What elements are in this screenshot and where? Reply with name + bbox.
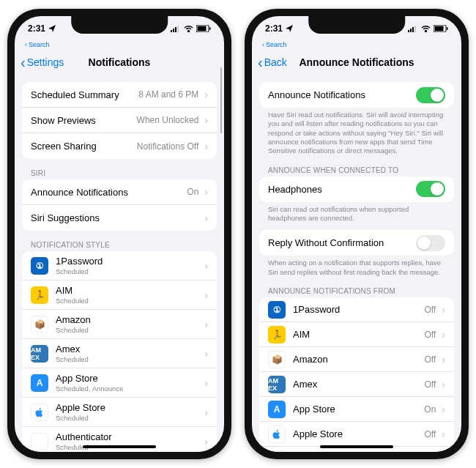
svg-rect-6 — [209, 27, 211, 30]
app-row[interactable]: ①1PasswordScheduled› — [22, 251, 217, 281]
row-label: Siri Suggestions — [31, 212, 100, 223]
breadcrumb-label: Search — [266, 41, 287, 48]
app-icon: AM EX — [268, 376, 286, 393]
app-icon — [31, 404, 48, 421]
app-row[interactable]: AM EXAmexOff› — [259, 372, 454, 397]
settings-row[interactable]: Siri Suggestions› — [22, 205, 217, 231]
announce-footer: Have Siri read out notifications. Siri w… — [259, 108, 454, 156]
row-detail: 8 AM and 6 PM — [138, 89, 201, 100]
svg-rect-7 — [408, 30, 409, 32]
chevron-right-icon: › — [442, 329, 445, 341]
app-detail: Off — [425, 305, 439, 315]
svg-rect-12 — [435, 26, 444, 31]
reply-toggle-row[interactable]: Reply Without Confirmation — [259, 230, 454, 256]
app-name: App Store — [56, 373, 123, 384]
row-label: Show Previews — [31, 115, 96, 126]
settings-row[interactable]: Announce NotificationsOn› — [22, 179, 217, 205]
app-row[interactable]: ①1PasswordOff› — [259, 297, 454, 322]
app-detail: Off — [425, 379, 439, 390]
content: Announce Notifications Have Siri read ou… — [252, 75, 461, 452]
chevron-right-icon: › — [204, 212, 208, 224]
svg-rect-9 — [412, 27, 414, 32]
settings-row[interactable]: Scheduled Summary8 AM and 6 PM› — [22, 82, 217, 108]
app-row[interactable]: Apple StoreOff› — [259, 422, 454, 447]
app-row[interactable]: AApp StoreScheduled, Announce› — [22, 368, 217, 398]
reply-toggle[interactable] — [416, 235, 445, 251]
breadcrumb[interactable]: ‹ Search — [15, 41, 224, 50]
row-label: Announce Notifications — [31, 187, 128, 198]
app-name: 1Password — [56, 256, 103, 267]
app-sub: Scheduled — [56, 267, 103, 275]
app-icon: ① — [31, 257, 48, 275]
chevron-left-icon: ‹ — [262, 41, 264, 48]
notch — [71, 16, 168, 34]
app-icon — [268, 426, 286, 443]
app-icon: 🏃 — [268, 326, 286, 343]
app-icon: 📦 — [31, 316, 48, 333]
announce-toggle[interactable] — [416, 87, 445, 103]
page-title: Notifications — [89, 56, 151, 68]
headphones-footer: Siri can read out notifications when sup… — [259, 202, 454, 223]
app-row[interactable]: Apple StoreScheduled› — [22, 398, 217, 427]
back-button[interactable]: ‹ Settings — [21, 56, 64, 68]
app-sub: Scheduled, Announce — [56, 385, 123, 393]
svg-rect-13 — [447, 27, 448, 30]
app-name: AIM — [56, 285, 89, 296]
content: Scheduled Summary8 AM and 6 PM›Show Prev… — [15, 75, 224, 452]
chevron-right-icon: › — [442, 379, 445, 390]
wifi-icon — [421, 26, 431, 32]
signal-icon — [171, 26, 181, 32]
settings-row[interactable]: Screen SharingNotifications Off› — [22, 133, 217, 159]
battery-icon — [196, 25, 211, 32]
app-name: Authenticator — [56, 431, 112, 442]
row-label: Headphones — [268, 184, 322, 195]
chevron-right-icon: › — [204, 289, 208, 301]
headphones-toggle-row[interactable]: Headphones — [259, 177, 454, 202]
row-label: Screen Sharing — [31, 141, 97, 152]
breadcrumb[interactable]: ‹ Search — [252, 41, 461, 50]
svg-rect-5 — [198, 26, 207, 31]
battery-icon — [434, 25, 448, 32]
home-indicator[interactable] — [83, 445, 156, 448]
app-icon: A — [268, 401, 286, 418]
app-sub: Scheduled — [56, 414, 105, 422]
chevron-right-icon: › — [204, 348, 208, 360]
page-title: Announce Notifications — [299, 56, 414, 68]
chevron-right-icon: › — [204, 114, 208, 126]
app-name: Amex — [293, 379, 317, 390]
section-header-apps: ANNOUNCE NOTIFICATIONS FROM — [259, 284, 454, 297]
chevron-right-icon: › — [442, 354, 445, 365]
row-detail: Notifications Off — [137, 141, 201, 152]
app-sub: Scheduled — [56, 326, 91, 334]
breadcrumb-label: Search — [29, 41, 50, 48]
app-row[interactable]: AApp StoreOn› — [259, 397, 454, 422]
home-indicator[interactable] — [320, 445, 393, 448]
announce-toggle-row[interactable]: Announce Notifications — [259, 82, 454, 108]
svg-rect-1 — [173, 29, 174, 32]
chevron-right-icon: › — [204, 141, 208, 152]
chevron-right-icon: › — [442, 428, 445, 440]
headphones-toggle[interactable] — [416, 181, 445, 197]
app-icon: 🏃 — [31, 286, 48, 304]
app-sub: Scheduled — [56, 355, 89, 363]
app-row[interactable]: 🏃AIMOff› — [259, 322, 454, 347]
app-name: AIM — [293, 329, 310, 340]
back-button[interactable]: ‹ Back — [258, 56, 287, 68]
app-detail: On — [424, 404, 439, 415]
svg-rect-3 — [177, 26, 179, 32]
settings-row[interactable]: Show PreviewsWhen Unlocked› — [22, 108, 217, 133]
app-detail: Off — [425, 330, 439, 340]
section-header-siri: SIRI — [22, 166, 217, 179]
app-icon: 🛡 — [31, 433, 48, 450]
app-row[interactable]: 📦AmazonOff› — [259, 347, 454, 372]
nav-bar: ‹ Settings Notifications — [15, 50, 224, 75]
app-row[interactable]: 🏃AIMScheduled› — [22, 281, 217, 310]
app-icon: A — [31, 374, 48, 392]
app-name: Apple Store — [293, 428, 343, 439]
chevron-right-icon: › — [204, 260, 208, 272]
app-row[interactable]: 📦AmazonScheduled› — [22, 310, 217, 339]
app-row[interactable]: AM EXAmexScheduled› — [22, 339, 217, 368]
app-icon: 📦 — [268, 351, 286, 368]
svg-rect-0 — [171, 30, 172, 32]
app-icon: AM EX — [31, 345, 48, 363]
